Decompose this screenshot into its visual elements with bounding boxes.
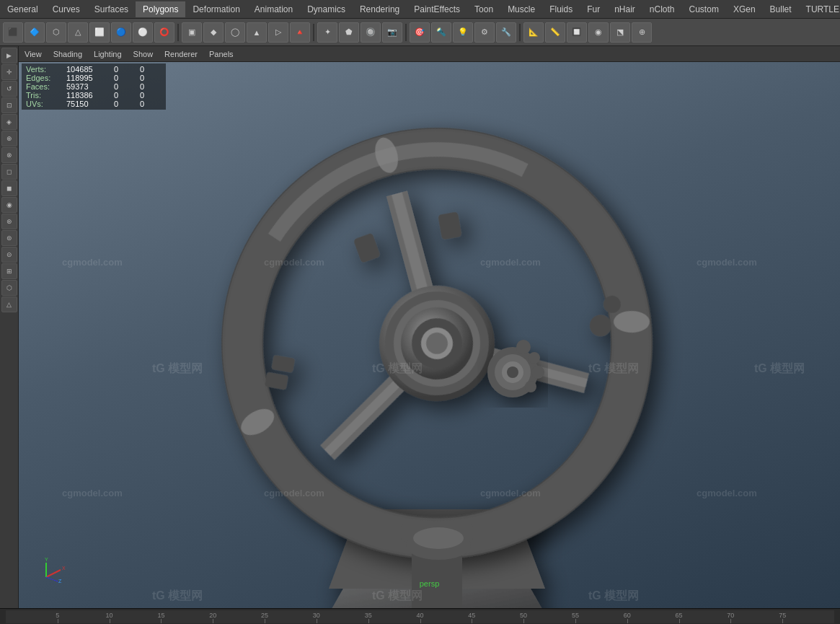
menu-item-surfaces[interactable]: Surfaces	[87, 1, 136, 17]
toolbar-button-26[interactable]: ◉	[588, 22, 609, 43]
side-tool-0[interactable]: ▶	[1, 48, 17, 63]
ruler-label-75: 75	[779, 612, 786, 619]
toolbar-button-22[interactable]: 🔧	[496, 22, 516, 43]
menu-item-painteffects[interactable]: PaintEffects	[407, 1, 467, 17]
toolbar-button-11[interactable]: ▲	[247, 22, 267, 43]
toolbar-button-3[interactable]: △	[68, 22, 88, 43]
svg-text:Y: Y	[45, 557, 48, 562]
toolbar-button-12[interactable]: ▷	[268, 22, 288, 43]
toolbar-button-2[interactable]: ⬡	[46, 22, 66, 43]
toolbar-button-9[interactable]: ◆	[203, 22, 224, 43]
stats-overlay: Verts: 104685 0 0 Edges: 118995 0 0 Face…	[22, 63, 166, 110]
ruler-tick-45	[472, 619, 472, 623]
toolbar-button-1[interactable]: 🔷	[25, 22, 45, 43]
side-tool-3[interactable]: ⊡	[1, 97, 17, 113]
menu-bar: GeneralCurvesSurfacesPolygonsDeformation…	[0, 0, 840, 19]
viewport[interactable]: cgmodel.com cgmodel.com cgmodel.com cgmo…	[19, 62, 840, 608]
ruler-label-10: 10	[106, 612, 113, 619]
side-tool-7[interactable]: ◻	[1, 164, 17, 180]
ruler-label-20: 20	[209, 612, 216, 619]
side-tool-9[interactable]: ◉	[1, 197, 17, 213]
side-tool-8[interactable]: ◼	[1, 180, 17, 196]
side-tool-1[interactable]: ✛	[1, 64, 17, 80]
cg-watermark-4: tG 模型网	[754, 361, 805, 377]
side-tool-15[interactable]: △	[1, 296, 17, 312]
view-ctrl-shading[interactable]: Shading	[50, 50, 85, 58]
menu-item-polygons[interactable]: Polygons	[136, 1, 185, 17]
menu-item-xgen[interactable]: XGen	[726, 1, 763, 17]
view-ctrl-view[interactable]: View	[22, 50, 45, 58]
toolbar-button-16[interactable]: 🔘	[361, 22, 381, 43]
toolbar-separator-8	[177, 24, 179, 41]
menu-item-deformation[interactable]: Deformation	[185, 1, 247, 17]
toolbar-button-4[interactable]: ⬜	[89, 22, 110, 43]
view-ctrl-renderer[interactable]: Renderer	[162, 50, 200, 58]
toolbar-button-23[interactable]: 📐	[523, 22, 544, 43]
view-ctrl-show[interactable]: Show	[131, 50, 156, 58]
toolbar-button-18[interactable]: 🎯	[410, 22, 430, 43]
main-area: ▶✛↺⊡◈⊕⊗◻◼◉⊛⊜⊝⊞⬡△ ViewShadingLightingShow…	[0, 46, 840, 608]
faces-v3: 0	[140, 82, 162, 91]
ruler-label-70: 70	[727, 612, 734, 619]
menu-item-custom[interactable]: Custom	[682, 1, 726, 17]
menu-item-toon[interactable]: Toon	[467, 1, 500, 17]
axis-indicator: X Y Z	[40, 554, 69, 583]
ruler-label-5: 5	[56, 612, 59, 619]
ruler-tick-25	[265, 619, 265, 623]
view-ctrl-lighting[interactable]: Lighting	[91, 50, 125, 58]
side-tool-4[interactable]: ◈	[1, 114, 17, 130]
menu-item-nhair[interactable]: nHair	[607, 1, 642, 17]
menu-item-general[interactable]: General	[0, 1, 45, 17]
menu-item-fur[interactable]: Fur	[580, 1, 607, 17]
ruler-tick-70	[730, 619, 731, 623]
toolbar-button-19[interactable]: 🔦	[431, 22, 451, 43]
tris-value: 118386	[66, 91, 110, 100]
toolbar-button-6[interactable]: ⚪	[133, 22, 153, 43]
toolbar-button-7[interactable]: ⭕	[154, 22, 174, 43]
toolbar-button-5[interactable]: 🔵	[111, 22, 131, 43]
toolbar-button-0[interactable]: ⬛	[3, 22, 23, 43]
toolbar-button-13[interactable]: 🔺	[290, 22, 310, 43]
menu-item-bullet[interactable]: Bullet	[763, 1, 799, 17]
uvs-v2: 0	[114, 100, 136, 108]
ruler-tick-55	[575, 619, 576, 623]
toolbar-button-28[interactable]: ⊕	[632, 22, 652, 43]
side-tool-6[interactable]: ⊗	[1, 147, 17, 163]
toolbar-button-21[interactable]: ⚙	[474, 22, 495, 43]
menu-item-ncloth[interactable]: nCloth	[642, 1, 682, 17]
toolbar-separator-14	[313, 24, 314, 41]
menu-item-dynamics[interactable]: Dynamics	[300, 1, 353, 17]
toolbar-button-17[interactable]: 📷	[382, 22, 402, 43]
svg-line-38	[46, 570, 61, 577]
ruler-label-60: 60	[624, 612, 631, 619]
toolbar-button-20[interactable]: 💡	[453, 22, 473, 43]
toolbar-button-8[interactable]: ▣	[182, 22, 202, 43]
menu-item-fluids[interactable]: Fluids	[542, 1, 580, 17]
side-tool-12[interactable]: ⊝	[1, 247, 17, 263]
ruler-tick-20	[213, 619, 213, 623]
toolbar-button-10[interactable]: ◯	[225, 22, 245, 43]
ruler-tick-10	[110, 619, 110, 623]
view-ctrl-panels[interactable]: Panels	[206, 50, 236, 58]
toolbar-button-15[interactable]: ⬟	[339, 22, 359, 43]
side-tool-13[interactable]: ⊞	[1, 263, 17, 279]
toolbar-button-25[interactable]: 🔲	[567, 22, 587, 43]
watermark-1: cgmodel.com	[62, 257, 123, 268]
menu-item-turtle[interactable]: TURTLE	[799, 1, 840, 17]
toolbar: ⬛🔷⬡△⬜🔵⚪⭕▣◆◯▲▷🔺✦⬟🔘📷🎯🔦💡⚙🔧📐📏🔲◉⬔⊕	[0, 19, 840, 46]
toolbar-button-27[interactable]: ⬔	[610, 22, 630, 43]
side-tool-14[interactable]: ⬡	[1, 280, 17, 296]
uvs-value: 75150	[66, 100, 110, 108]
side-tool-2[interactable]: ↺	[1, 81, 17, 97]
side-tool-11[interactable]: ⊜	[1, 230, 17, 246]
svg-point-29	[413, 527, 464, 549]
toolbar-button-24[interactable]: 📏	[545, 22, 565, 43]
side-tool-10[interactable]: ⊛	[1, 214, 17, 229]
menu-item-curves[interactable]: Curves	[45, 1, 87, 17]
menu-item-animation[interactable]: Animation	[247, 1, 300, 17]
toolbar-button-14[interactable]: ✦	[317, 22, 337, 43]
ruler-tick-40	[420, 619, 421, 623]
menu-item-rendering[interactable]: Rendering	[353, 1, 407, 17]
side-tool-5[interactable]: ⊕	[1, 131, 17, 146]
menu-item-muscle[interactable]: Muscle	[500, 1, 542, 17]
